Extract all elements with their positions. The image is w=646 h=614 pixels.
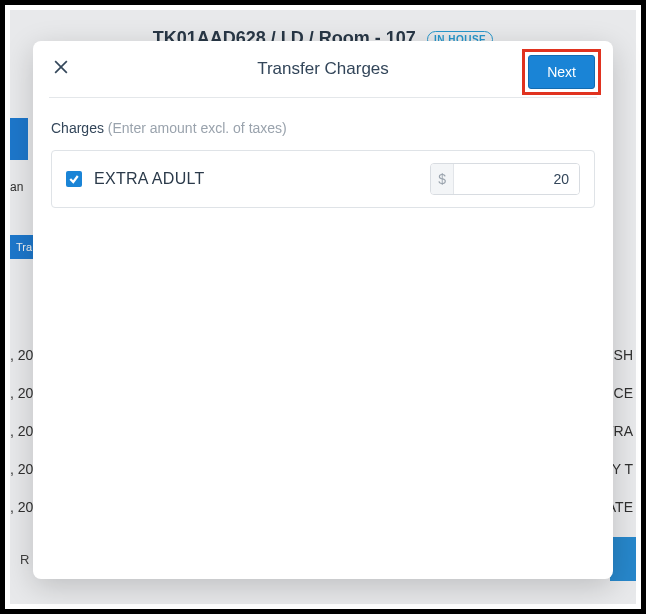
charge-row: EXTRA ADULT $	[51, 150, 595, 208]
currency-symbol: $	[431, 164, 454, 194]
charges-label-text: Charges	[51, 120, 104, 136]
modal-title: Transfer Charges	[257, 59, 389, 79]
close-icon	[51, 57, 71, 77]
modal-body: Charges (Enter amount excl. of taxes) EX…	[33, 98, 613, 579]
amount-input[interactable]	[454, 164, 579, 194]
charge-name: EXTRA ADULT	[94, 170, 418, 188]
check-icon	[68, 173, 80, 185]
app-frame: TK01AAD628 / I.D / Room - 107 IN HOUSE a…	[0, 0, 646, 614]
charges-section-label: Charges (Enter amount excl. of taxes)	[51, 120, 595, 136]
close-button[interactable]	[51, 57, 75, 81]
next-button-highlight: Next	[522, 49, 601, 95]
amount-input-group: $	[430, 163, 580, 195]
charges-hint-text: (Enter amount excl. of taxes)	[108, 120, 287, 136]
modal-header: Transfer Charges Next	[33, 41, 613, 97]
charge-checkbox[interactable]	[66, 171, 82, 187]
transfer-charges-modal: Transfer Charges Next Charges (Enter amo…	[33, 41, 613, 579]
next-button[interactable]: Next	[528, 55, 595, 89]
